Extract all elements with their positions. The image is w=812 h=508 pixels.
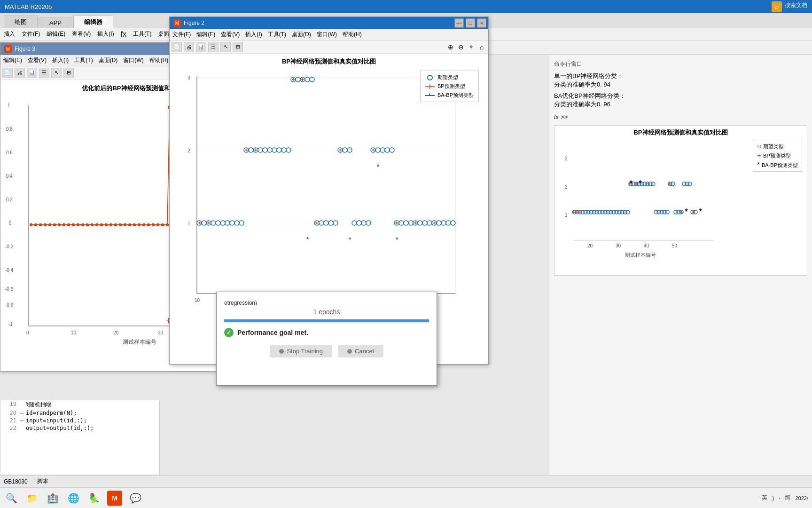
svg-text:2: 2 xyxy=(565,184,568,190)
fig2-zoom-out[interactable]: ⊖ xyxy=(456,42,466,52)
fig3-menu-desktop[interactable]: 桌面(D) xyxy=(99,56,118,64)
taskbar-matlab[interactable]: M xyxy=(107,491,122,506)
svg-text:-1: -1 xyxy=(8,322,13,327)
fig3-btn6[interactable]: ⊞ xyxy=(63,68,74,78)
tab-app[interactable]: APP xyxy=(39,17,72,28)
fig2-legend-bp-label: BP预测类型 xyxy=(437,83,465,90)
search-docs-box[interactable]: ⌕ xyxy=(772,1,782,12)
fig2-btn3[interactable]: 📊 xyxy=(196,42,206,52)
menu-insert2[interactable]: 插入(I) xyxy=(97,30,114,38)
stop-training-button[interactable]: Stop Training xyxy=(270,345,332,357)
svg-text:30: 30 xyxy=(616,243,621,248)
fx-icon: fx xyxy=(554,113,559,120)
fig2-home[interactable]: ⌂ xyxy=(477,42,486,52)
fig2-menu-view[interactable]: 查看(V) xyxy=(221,31,240,39)
taskbar-browser[interactable]: 🌐 xyxy=(66,491,81,506)
fig2-pan[interactable]: ⌖ xyxy=(467,42,476,52)
fig2-btn4[interactable]: ☰ xyxy=(208,42,219,52)
figure2-legend: 期望类型 BP预测类型 * BA-BP预测类型 xyxy=(420,71,479,102)
fig2-legend-bp-icon xyxy=(425,83,435,90)
legend-item-bp: + BP预测类型 xyxy=(757,151,798,160)
figure2-minimize[interactable]: — xyxy=(454,18,464,28)
figure2-title: Figure 2 xyxy=(184,20,204,26)
fig2-menu-tools[interactable]: 工具(T) xyxy=(268,31,286,39)
stop-training-dot xyxy=(279,349,284,354)
svg-text:*: * xyxy=(699,207,702,215)
fig3-menu-help[interactable]: 帮助(H) xyxy=(149,56,169,64)
taskbar-pharmacy[interactable]: 🏥 xyxy=(45,491,60,506)
legend-item-babp: * BA-BP预测类型 xyxy=(757,161,798,169)
fig2-menu-file[interactable]: 文件(F) xyxy=(172,31,191,39)
footer-fx: fx >> xyxy=(554,113,807,120)
svg-text:40: 40 xyxy=(644,243,649,248)
svg-point-42 xyxy=(665,210,669,214)
result-2-value: 分类的准确率为0. 96 xyxy=(554,100,807,109)
status-bar: GB18030 脚本 xyxy=(0,475,812,487)
svg-text:*: * xyxy=(377,163,380,170)
fig2-menu-window[interactable]: 窗口(W) xyxy=(317,31,337,39)
fig2-legend-babp: * BA-BP预测类型 xyxy=(425,92,474,99)
svg-text:测试样本编号: 测试样本编号 xyxy=(625,252,656,258)
fig2-btn1[interactable]: 📄 xyxy=(172,42,182,52)
taskbar-tray-3: · xyxy=(779,495,780,501)
fig2-btn2[interactable]: 🖨 xyxy=(184,42,194,52)
fig3-btn2[interactable]: 🖨 xyxy=(15,68,25,78)
taskbar-tray-2: ) xyxy=(772,495,774,501)
legend-expected-label: 期望类型 xyxy=(763,143,784,150)
fig3-btn1[interactable]: 📄 xyxy=(2,68,13,78)
fig2-menu-help[interactable]: 帮助(H) xyxy=(343,31,362,39)
menu-view[interactable]: 查看(V) xyxy=(72,30,91,38)
figure2-close[interactable]: × xyxy=(477,18,486,28)
menu-edit[interactable]: 编辑(E) xyxy=(47,30,65,38)
tab-editor[interactable]: 编辑器 xyxy=(73,16,113,28)
training-progress-bar xyxy=(224,319,429,322)
status-gb: GB18030 xyxy=(4,478,28,485)
fig2-zoom-in[interactable]: ⊕ xyxy=(446,42,455,52)
menu-file[interactable]: 文件(F) xyxy=(22,30,40,38)
svg-text:10: 10 xyxy=(195,298,200,303)
figure2-window-controls: — □ × xyxy=(454,18,486,28)
svg-text:50: 50 xyxy=(672,243,678,248)
svg-point-28 xyxy=(626,210,630,214)
fig3-menu-window[interactable]: 窗口(W) xyxy=(123,56,143,64)
status-script: 脚本 xyxy=(37,477,48,485)
fig2-menu-insert[interactable]: 插入(I) xyxy=(245,31,262,39)
taskbar-right: 英 ) · 简 2022/ xyxy=(762,494,808,502)
fig2-legend-expected-icon xyxy=(425,74,435,81)
fig3-btn3[interactable]: 📊 xyxy=(27,68,37,78)
fig3-menu-insert[interactable]: 插入(I) xyxy=(52,56,69,64)
fig3-menu-view[interactable]: 查看(V) xyxy=(28,56,47,64)
fig3-btn4[interactable]: ☰ xyxy=(39,68,49,78)
tab-plot[interactable]: 绘图 xyxy=(4,16,38,28)
search-docs-text: 搜索文档 xyxy=(785,1,807,12)
fig3-menu-tools[interactable]: 工具(T) xyxy=(74,56,93,64)
nn-legend: ○ 期望类型 + BP预测类型 * BA-BP预测类型 xyxy=(753,140,802,172)
menu-tools[interactable]: 工具(T) xyxy=(133,30,151,38)
svg-text:*: * xyxy=(685,207,688,215)
code-line-19: 19 %随机抽取 xyxy=(0,400,159,409)
svg-point-37 xyxy=(651,182,655,186)
taskbar-files[interactable]: 📁 xyxy=(24,491,39,506)
fig2-menu-desktop[interactable]: 桌面(D) xyxy=(292,31,311,39)
fig2-menu-edit[interactable]: 编辑(E) xyxy=(196,31,215,39)
figure2-maximize[interactable]: □ xyxy=(466,18,475,28)
fig3-btn5[interactable]: ↖ xyxy=(51,68,62,78)
cancel-button[interactable]: Cancel xyxy=(338,345,383,357)
taskbar-bird[interactable]: 🦜 xyxy=(86,491,102,506)
menu-insert[interactable]: 插入 xyxy=(4,30,15,38)
taskbar-wechat[interactable]: 💬 xyxy=(128,491,143,506)
nn-panel: 神经网络分类对比BP分类 命令行窗口 单一的BP神经网络分类： 分类的准确率为0… xyxy=(549,42,812,475)
figure2-chart-title: BP神经网络预测值和真实值对比图 xyxy=(173,57,484,66)
training-label: otregression) xyxy=(224,300,429,306)
taskbar-search[interactable]: 🔍 xyxy=(4,491,19,506)
fig2-btn5[interactable]: ↖ xyxy=(220,42,231,52)
svg-text:1: 1 xyxy=(8,103,10,108)
result-1: 单一的BP神经网络分类： 分类的准确率为0. 94 xyxy=(554,72,807,89)
training-dialog: otregression) 1 epochs ✓ Performance goa… xyxy=(216,292,437,386)
fig3-menu-edit[interactable]: 编辑(E) xyxy=(3,56,22,64)
code-editor[interactable]: 19 %随机抽取 20 — id=randperm(N); 21 — input… xyxy=(0,400,160,475)
svg-text:2: 2 xyxy=(187,148,190,153)
result-1-value: 分类的准确率为0. 94 xyxy=(554,80,807,89)
performance-text: Performance goal met. xyxy=(237,329,308,336)
fig2-btn6[interactable]: ⊞ xyxy=(233,42,243,52)
